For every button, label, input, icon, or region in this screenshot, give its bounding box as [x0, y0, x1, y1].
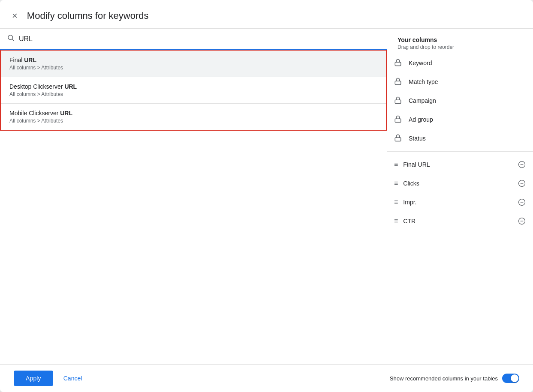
svg-rect-3	[395, 81, 401, 84]
draggable-column-impr-label: Impr.	[403, 199, 518, 206]
locked-column-ad-group-label: Ad group	[409, 116, 433, 123]
lock-icon-match-type	[394, 78, 403, 86]
search-input[interactable]	[19, 35, 380, 43]
drag-handle-impr[interactable]: ≡	[394, 198, 398, 206]
remove-impr-button[interactable]	[518, 198, 526, 206]
columns-scroll[interactable]: Keyword Match type	[387, 54, 533, 364]
dialog-header: × Modify columns for keywords	[0, 0, 533, 29]
locked-column-ad-group: Ad group	[387, 110, 533, 129]
locked-column-campaign: Campaign	[387, 91, 533, 110]
recommended-toggle[interactable]	[502, 374, 519, 383]
draggable-columns: ≡ Final URL ≡ Clicks	[387, 152, 533, 230]
locked-column-keyword-label: Keyword	[409, 60, 432, 66]
right-panel: Your columns Drag and drop to reorder Ke…	[387, 29, 533, 364]
svg-rect-5	[395, 119, 401, 122]
footer-actions: Apply Cancel	[14, 371, 87, 386]
lock-icon-status	[394, 134, 403, 143]
locked-column-status: Status	[387, 129, 533, 148]
locked-columns: Keyword Match type	[387, 54, 533, 152]
remove-final-url-button[interactable]	[518, 160, 526, 169]
result-subtitle-desktop-url: All columns > Attributes	[9, 91, 377, 97]
drag-handle-clicks[interactable]: ≡	[394, 180, 398, 187]
cancel-button[interactable]: Cancel	[58, 371, 87, 386]
draggable-column-final-url[interactable]: ≡ Final URL	[387, 155, 533, 174]
svg-rect-2	[395, 62, 401, 66]
lock-icon-keyword	[394, 59, 403, 67]
draggable-column-impr[interactable]: ≡ Impr.	[387, 193, 533, 212]
recommended-label: Show recommended columns in your tables	[390, 375, 498, 382]
result-title-mobile-url: Mobile Clickserver URL	[9, 110, 377, 117]
modify-columns-dialog: × Modify columns for keywords Fin	[0, 0, 533, 392]
locked-column-match-type: Match type	[387, 72, 533, 91]
lock-icon-ad-group	[394, 115, 403, 124]
result-item-desktop-clickserver-url[interactable]: Desktop Clickserver URL All columns > At…	[1, 77, 386, 104]
apply-button[interactable]: Apply	[14, 371, 53, 386]
your-columns-subtitle: Drag and drop to reorder	[397, 44, 526, 50]
draggable-column-ctr-label: CTR	[403, 218, 518, 224]
draggable-column-final-url-label: Final URL	[403, 161, 518, 168]
result-subtitle-final-url: All columns > Attributes	[9, 65, 377, 71]
locked-column-status-label: Status	[409, 135, 426, 142]
toggle-knob	[511, 374, 518, 382]
footer-recommended: Show recommended columns in your tables	[390, 374, 519, 383]
drag-handle-final-url[interactable]: ≡	[394, 161, 398, 168]
dialog-footer: Apply Cancel Show recommended columns in…	[0, 364, 533, 392]
locked-column-keyword: Keyword	[387, 54, 533, 72]
draggable-column-clicks-label: Clicks	[403, 180, 518, 187]
result-item-final-url[interactable]: Final URL All columns > Attributes	[1, 51, 386, 77]
svg-rect-4	[395, 100, 401, 103]
your-columns-title: Your columns	[397, 36, 526, 43]
result-title-desktop-url: Desktop Clickserver URL	[9, 83, 377, 90]
draggable-column-clicks[interactable]: ≡ Clicks	[387, 174, 533, 193]
result-item-mobile-clickserver-url[interactable]: Mobile Clickserver URL All columns > Att…	[1, 104, 386, 130]
left-panel: Final URL All columns > Attributes Deskt…	[0, 29, 387, 364]
svg-rect-6	[395, 138, 401, 141]
locked-column-match-type-label: Match type	[409, 78, 438, 85]
search-icon	[7, 34, 15, 44]
your-columns-header: Your columns Drag and drop to reorder	[387, 29, 533, 54]
draggable-column-ctr[interactable]: ≡ CTR	[387, 212, 533, 230]
lock-icon-campaign	[394, 96, 403, 105]
search-results-container: Final URL All columns > Attributes Deskt…	[0, 50, 387, 131]
svg-line-1	[12, 39, 13, 40]
result-title-final-url: Final URL	[9, 57, 377, 63]
result-subtitle-mobile-url: All columns > Attributes	[9, 118, 377, 124]
close-button[interactable]: ×	[10, 11, 19, 21]
remove-ctr-button[interactable]	[518, 217, 526, 225]
locked-column-campaign-label: Campaign	[409, 97, 436, 104]
dialog-body: Final URL All columns > Attributes Deskt…	[0, 29, 533, 364]
svg-point-0	[8, 35, 13, 40]
search-box	[0, 29, 387, 50]
remove-clicks-button[interactable]	[518, 179, 526, 188]
dialog-title: Modify columns for keywords	[27, 10, 149, 21]
drag-handle-ctr[interactable]: ≡	[394, 217, 398, 225]
